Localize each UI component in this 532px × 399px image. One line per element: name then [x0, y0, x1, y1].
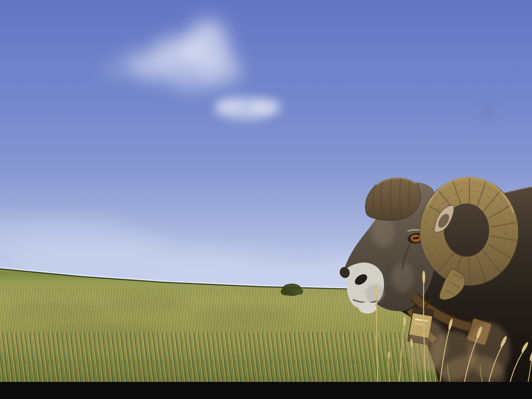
wildlife-photo	[0, 0, 532, 382]
camera-info-bar: REVEAL TACTACAM 95F 35℃ 06/15/2025 19:28…	[0, 382, 532, 399]
chin	[359, 302, 376, 314]
lens-smudge	[481, 103, 494, 121]
trail-camera-photo-frame: REVEAL TACTACAM 95F 35℃ 06/15/2025 19:28…	[0, 0, 532, 399]
muzzle-shading	[365, 285, 385, 302]
